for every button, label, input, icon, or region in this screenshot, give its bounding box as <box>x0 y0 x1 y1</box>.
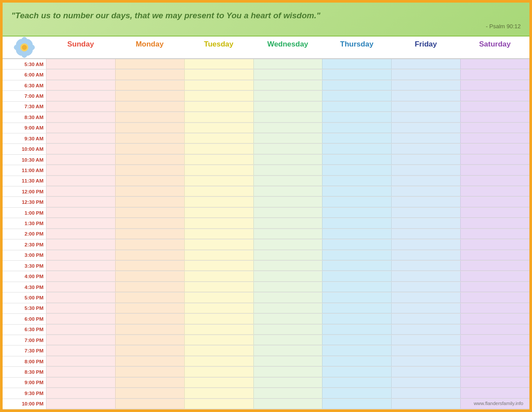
time-label: 6:30 AM <box>3 80 46 90</box>
time-cell <box>184 399 253 409</box>
time-row: 1:30 PM <box>3 218 529 229</box>
time-label: 8:30 AM <box>3 112 46 122</box>
time-cell <box>322 292 391 302</box>
time-cell <box>253 229 323 239</box>
header-monday: Monday <box>115 37 184 58</box>
time-cell <box>253 325 323 335</box>
time-label: 5:30 PM <box>3 303 46 313</box>
time-cell <box>322 218 391 228</box>
time-cell <box>46 165 115 175</box>
time-row: 4:30 PM <box>3 282 529 292</box>
time-cell <box>253 346 323 356</box>
time-cell <box>391 399 460 409</box>
time-cell <box>184 218 253 228</box>
time-cell <box>322 59 391 69</box>
time-cell <box>46 378 115 388</box>
time-cell <box>46 218 115 228</box>
time-cell <box>46 91 115 101</box>
header-citation: - Psalm 90:12 <box>11 23 521 30</box>
time-cell <box>184 208 253 218</box>
time-label: 4:00 PM <box>3 271 46 281</box>
time-cell <box>46 176 115 186</box>
time-cell <box>460 186 529 196</box>
header-tuesday: Tuesday <box>184 37 253 58</box>
time-cell <box>391 229 460 239</box>
time-cell <box>460 80 529 90</box>
time-cell <box>322 335 391 345</box>
time-cell <box>46 186 115 196</box>
time-cell <box>322 144 391 154</box>
time-cell <box>184 271 253 281</box>
time-label: 8:30 PM <box>3 367 46 377</box>
time-cell <box>46 335 115 345</box>
time-label: 9:00 AM <box>3 123 46 133</box>
time-cell <box>253 144 323 154</box>
time-row: 3:00 PM <box>3 250 529 261</box>
time-cell <box>460 314 529 324</box>
time-cell <box>391 346 460 356</box>
time-cell <box>46 80 115 90</box>
time-cell <box>184 186 253 196</box>
time-cell <box>253 261 323 271</box>
time-row: 7:00 PM <box>3 335 529 346</box>
time-row: 10:00 AM <box>3 144 529 154</box>
time-cell <box>115 155 184 165</box>
time-cell <box>391 314 460 324</box>
time-cell <box>253 165 323 175</box>
time-cell <box>322 314 391 324</box>
time-cell <box>184 292 253 302</box>
time-label: 10:00 PM <box>3 399 46 409</box>
time-cell <box>46 261 115 271</box>
time-cell <box>391 261 460 271</box>
header-friday: Friday <box>391 37 460 58</box>
time-cell <box>391 303 460 313</box>
time-cell <box>460 59 529 69</box>
time-cell <box>322 250 391 260</box>
time-cell <box>115 388 184 398</box>
time-label: 11:00 AM <box>3 165 46 175</box>
time-cell <box>46 102 115 112</box>
time-cell <box>460 367 529 377</box>
header-thursday: Thursday <box>322 37 391 58</box>
time-cell <box>46 155 115 165</box>
time-label: 7:30 AM <box>3 102 46 112</box>
time-cell <box>46 271 115 281</box>
time-cell <box>391 144 460 154</box>
time-row: 12:00 PM <box>3 186 529 197</box>
time-row: 3:30 PM <box>3 261 529 271</box>
time-cell <box>460 282 529 292</box>
time-cell <box>115 102 184 112</box>
time-cell <box>46 346 115 356</box>
time-cell <box>46 197 115 207</box>
time-cell <box>184 176 253 186</box>
time-cell <box>184 325 253 335</box>
time-cell <box>46 112 115 122</box>
time-cell <box>322 261 391 271</box>
time-cell <box>391 208 460 218</box>
time-row: 7:00 AM <box>3 91 529 101</box>
time-row: 1:00 PM <box>3 208 529 218</box>
time-label: 3:30 PM <box>3 261 46 271</box>
time-cell <box>184 346 253 356</box>
time-cell <box>253 59 323 69</box>
time-cell <box>115 186 184 196</box>
time-cell <box>322 208 391 218</box>
time-cell <box>460 325 529 335</box>
time-label: 2:00 PM <box>3 229 46 239</box>
time-cell <box>322 229 391 239</box>
page: "Teach us to number our days, that we ma… <box>0 0 532 412</box>
time-cell <box>184 356 253 366</box>
time-cell <box>115 314 184 324</box>
time-cell <box>460 239 529 249</box>
time-grid: 5:30 AM6:00 AM6:30 AM7:00 AM7:30 AM8:30 … <box>3 59 529 409</box>
time-cell <box>115 144 184 154</box>
time-row: 8:30 PM <box>3 367 529 377</box>
time-cell <box>253 303 323 313</box>
time-cell <box>460 176 529 186</box>
time-label: 7:00 AM <box>3 91 46 101</box>
time-cell <box>322 70 391 80</box>
time-cell <box>391 218 460 228</box>
time-label: 3:00 PM <box>3 250 46 260</box>
time-cell <box>253 292 323 302</box>
time-cell <box>322 80 391 90</box>
